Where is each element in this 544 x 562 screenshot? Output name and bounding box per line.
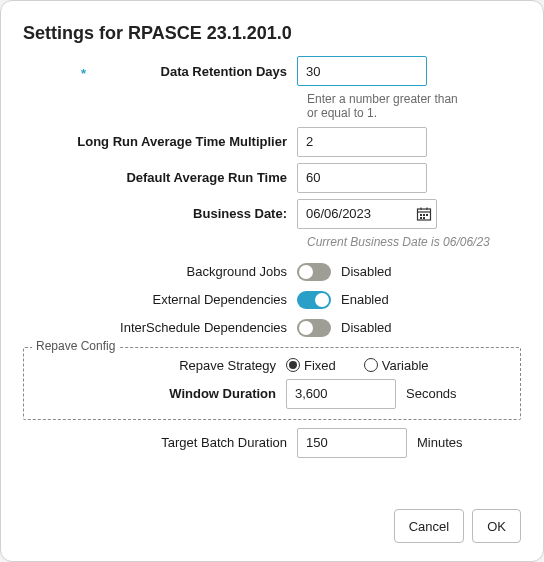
svg-rect-4 [420,214,422,216]
svg-rect-8 [423,217,425,219]
label-multiplier: Long Run Average Time Multiplier [23,134,297,149]
biz-date-value: 06/06/2023 [306,206,371,221]
toggle-bg-jobs[interactable] [297,263,331,281]
dialog-footer: Cancel OK [394,509,521,543]
state-ext-deps: Enabled [341,292,389,307]
svg-rect-7 [420,217,422,219]
repave-legend: Repave Config [32,339,119,353]
svg-rect-6 [426,214,428,216]
label-bg-jobs: Background Jobs [23,264,297,279]
row-ext-deps: External Dependencies Enabled [23,291,521,309]
ok-button[interactable]: OK [472,509,521,543]
input-window-duration[interactable] [286,379,396,409]
input-target-batch[interactable] [297,428,407,458]
label-avg-run: Default Average Run Time [23,170,297,185]
label-ext-deps: External Dependencies [23,292,297,307]
dialog-title: Settings for RPASCE 23.1.201.0 [23,23,521,44]
label-repave-strategy: Repave Strategy [24,358,286,373]
radio-fixed[interactable]: Fixed [286,358,336,373]
hint-biz-date: Current Business Date is 06/06/23 [307,235,521,249]
toggle-inter-deps[interactable] [297,319,331,337]
row-avg-run: Default Average Run Time [23,163,521,193]
toggle-ext-deps[interactable] [297,291,331,309]
unit-window: Seconds [406,386,457,401]
label-window-duration: Window Duration [24,386,286,401]
row-bg-jobs: Background Jobs Disabled [23,263,521,281]
row-inter-deps: InterSchedule Dependencies Disabled [23,319,521,337]
row-target-batch: Target Batch Duration Minutes [23,428,521,458]
hint-retention: Enter a number greater than or equal to … [307,92,467,121]
svg-rect-5 [423,214,425,216]
unit-target-batch: Minutes [417,435,463,450]
state-inter-deps: Disabled [341,320,392,335]
row-window-duration: Window Duration Seconds [24,379,508,409]
radio-circle-icon [364,358,378,372]
label-inter-deps: InterSchedule Dependencies [23,320,297,335]
settings-dialog: Settings for RPASCE 23.1.201.0 Data Rete… [0,0,544,562]
input-retention[interactable] [297,56,427,86]
label-biz-date: Business Date: [23,206,297,221]
state-bg-jobs: Disabled [341,264,392,279]
calendar-icon[interactable] [416,206,432,222]
radio-variable-label: Variable [382,358,429,373]
row-multiplier: Long Run Average Time Multiplier [23,127,521,157]
label-target-batch: Target Batch Duration [23,435,297,450]
repave-config-group: Repave Config Repave Strategy Fixed Vari… [23,347,521,420]
radio-circle-icon [286,358,300,372]
row-retention: Data Retention Days [23,56,521,86]
row-biz-date: Business Date: 06/06/2023 [23,199,521,229]
input-avg-run[interactable] [297,163,427,193]
input-multiplier[interactable] [297,127,427,157]
radio-fixed-label: Fixed [304,358,336,373]
radio-variable[interactable]: Variable [364,358,429,373]
input-biz-date[interactable]: 06/06/2023 [297,199,437,229]
row-repave-strategy: Repave Strategy Fixed Variable [24,358,508,373]
cancel-button[interactable]: Cancel [394,509,464,543]
label-retention: Data Retention Days [23,64,297,79]
